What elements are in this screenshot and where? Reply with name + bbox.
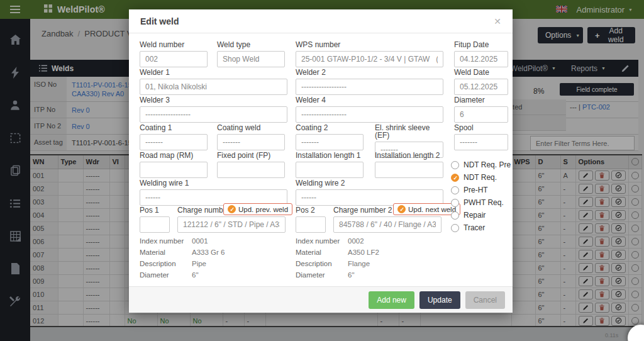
checkbox-label: NDT Req. Pre xyxy=(464,160,511,169)
spool-label: Spool xyxy=(454,124,508,131)
field-weld-number: Weld number xyxy=(140,41,208,67)
inst-len2-label: Installation length 2 xyxy=(375,152,443,159)
upd-prev-label: Upd. prev. weld xyxy=(238,206,288,213)
checkbox-row-ndt-req-pre[interactable]: NDT Req. Pre xyxy=(451,160,511,169)
part2-info: Index number0002 MaterialA350 LF2 Descri… xyxy=(296,237,443,282)
part2-index-value: 0002 xyxy=(348,237,364,245)
checkbox-label: Repair xyxy=(464,211,486,220)
part1-index-label: Index number xyxy=(140,237,192,245)
coating2-label: Coating 2 xyxy=(296,124,364,131)
field-wire2: Welding wire 2 xyxy=(296,179,443,206)
diameter-label: Diameter xyxy=(454,96,508,104)
checkbox-row-ndt-req[interactable]: NDT Req. xyxy=(451,173,511,182)
upd-next-label: Upd. next weld xyxy=(408,206,456,213)
upd-prev-weld-option[interactable]: Upd. prev. weld xyxy=(223,203,292,215)
upd-next-checkbox[interactable] xyxy=(397,205,406,213)
field-wire1: Welding wire 1 xyxy=(140,179,287,206)
cancel-button[interactable]: Cancel xyxy=(465,291,505,309)
close-icon[interactable]: ✕ xyxy=(494,16,501,26)
weld-date-input[interactable] xyxy=(454,79,508,95)
part1-index-value: 0001 xyxy=(192,237,208,245)
road-map-input[interactable] xyxy=(140,162,208,178)
coating1-input[interactable] xyxy=(140,134,208,150)
edit-weld-modal: Edit weld ✕ Weld number Weld type WPS nu… xyxy=(129,9,513,313)
add-new-button[interactable]: Add new xyxy=(369,291,414,309)
fitup-date-input[interactable] xyxy=(454,51,508,67)
checkbox-row-pwht-req[interactable]: PWHT Req. xyxy=(451,198,511,207)
road-map-label: Road map (RM) xyxy=(140,152,208,159)
fixed-point-input[interactable] xyxy=(217,162,285,178)
pos1-label: Pos 1 xyxy=(140,206,170,214)
field-welder4: Welder 4 xyxy=(296,96,443,123)
weld-number-input[interactable] xyxy=(140,51,208,67)
welder3-label: Welder 3 xyxy=(140,96,287,104)
pwht-req-checkbox[interactable] xyxy=(451,199,459,207)
checkbox-label: Tracer xyxy=(464,223,485,232)
modal-footer: Add new Update Cancel xyxy=(129,286,513,313)
part2-diameter-label: Diameter xyxy=(296,271,348,279)
field-wps-number: WPS number xyxy=(296,41,443,67)
ndt-req-checkbox[interactable] xyxy=(451,174,459,182)
pos1-input[interactable] xyxy=(140,216,170,233)
part2-description-label: Description xyxy=(296,260,348,267)
checkbox-row-repair[interactable]: Repair xyxy=(451,211,511,220)
weld-type-label: Weld type xyxy=(217,41,285,48)
field-diameter: Diameter xyxy=(454,96,508,123)
field-weld-date: Weld Date xyxy=(454,69,508,95)
field-coating1: Coating 1 xyxy=(140,124,208,150)
wps-number-input[interactable] xyxy=(296,51,443,67)
checkbox-label: NDT Req. xyxy=(464,173,497,182)
welder3-input[interactable] xyxy=(140,106,287,123)
wps-number-label: WPS number xyxy=(296,41,443,48)
part1-description-label: Description xyxy=(140,260,192,267)
part2-material-value: A350 LF2 xyxy=(348,249,379,256)
charge1-input[interactable] xyxy=(177,216,286,233)
checkbox-row-tracer[interactable]: Tracer xyxy=(451,223,511,232)
wire2-label: Welding wire 2 xyxy=(296,179,443,187)
part2-diameter-value: 6" xyxy=(348,271,354,279)
field-inst-len2: Installation length 2 xyxy=(375,152,443,178)
charge2-input[interactable] xyxy=(333,216,441,233)
update-button[interactable]: Update xyxy=(419,291,460,309)
upd-prev-checkbox[interactable] xyxy=(228,205,236,213)
welder4-input[interactable] xyxy=(296,106,443,123)
spool-input[interactable] xyxy=(454,134,508,150)
pre-ht-checkbox[interactable] xyxy=(451,186,459,194)
pos2-input[interactable] xyxy=(296,216,326,233)
welder1-label: Welder 1 xyxy=(140,69,287,76)
part1-info: Index number0001 MaterialA333 Gr 6 Descr… xyxy=(140,237,287,282)
render-timer: 0.11s xyxy=(605,332,618,338)
inst-len1-label: Installation length 1 xyxy=(296,152,364,159)
welder4-label: Welder 4 xyxy=(296,96,443,104)
wire1-label: Welding wire 1 xyxy=(140,179,287,187)
fitup-date-label: Fitup Date xyxy=(454,41,508,48)
part2-index-label: Index number xyxy=(296,237,348,245)
coating1-label: Coating 1 xyxy=(140,124,208,131)
part2-material-label: Material xyxy=(296,249,348,256)
pos2-label: Pos 2 xyxy=(296,206,326,214)
part1-material-label: Material xyxy=(140,249,192,256)
inst-len1-input[interactable] xyxy=(296,162,364,178)
coating2-input[interactable] xyxy=(296,134,364,150)
field-inst-len1: Installation length 1 xyxy=(296,152,364,178)
field-weld-type: Weld type xyxy=(217,41,285,67)
modal-title: Edit weld xyxy=(140,16,179,26)
coating-weld-input[interactable] xyxy=(217,134,285,150)
inst-len2-input[interactable] xyxy=(375,162,443,178)
shrink-sleeve-label: El. shrink sleeve (EF) xyxy=(375,124,443,139)
repair-checkbox[interactable] xyxy=(451,211,459,220)
welder2-label: Welder 2 xyxy=(296,69,443,76)
checkbox-row-pre-ht[interactable]: Pre-HT xyxy=(451,186,511,194)
field-road-map: Road map (RM) xyxy=(140,152,208,178)
welder2-input[interactable] xyxy=(296,79,443,95)
welder1-input[interactable] xyxy=(140,79,287,95)
field-coating2: Coating 2 xyxy=(296,124,364,150)
part1-diameter-value: 6" xyxy=(192,271,198,279)
field-pos2: Pos 2 xyxy=(296,206,326,233)
requirement-checkbox-list: NDT Req. PreNDT Req.Pre-HTPWHT Req.Repai… xyxy=(451,160,511,232)
tracer-checkbox[interactable] xyxy=(451,224,459,232)
field-welder3: Welder 3 xyxy=(140,96,287,123)
weld-type-input[interactable] xyxy=(217,51,285,67)
ndt-req-pre-checkbox[interactable] xyxy=(451,161,459,169)
diameter-input[interactable] xyxy=(454,106,508,123)
